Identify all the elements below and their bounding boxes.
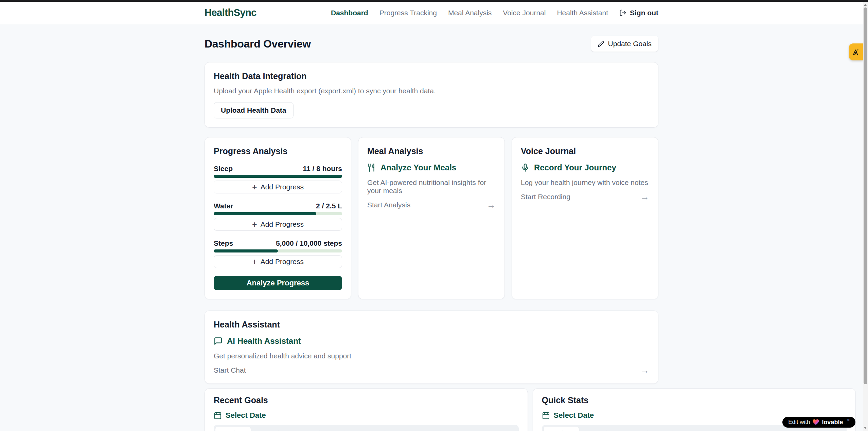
window-top-edge xyxy=(0,0,868,2)
date-tab[interactable]: Tue, Jan 28 xyxy=(471,427,517,431)
update-goals-label: Update Goals xyxy=(608,40,652,48)
integration-description: Upload your Apple Health export (export.… xyxy=(214,87,649,95)
assistant-card-title: Health Assistant xyxy=(214,320,649,330)
vertical-scrollbar[interactable] xyxy=(863,2,868,431)
metric-value: 11 / 8 hours xyxy=(303,165,342,173)
analyze-your-meals-label: Analyze Your Meals xyxy=(380,163,456,172)
start-recording-link[interactable]: Start Recording → xyxy=(521,192,649,201)
date-tab[interactable]: Thu, Jan 30 xyxy=(704,427,750,431)
add-progress-water-button[interactable]: + Add Progress xyxy=(214,218,342,231)
metric-label: Water xyxy=(214,202,233,210)
meal-analysis-card: Meal Analysis Analyze Your Meals Get AI-… xyxy=(358,137,505,299)
plus-icon: + xyxy=(252,258,257,266)
utensils-icon xyxy=(367,163,376,172)
health-assistant-card: Health Assistant AI Health Assistant Get… xyxy=(205,311,658,384)
date-tab[interactable]: Wed, Jan 29 xyxy=(422,427,471,431)
integration-title: Health Data Integration xyxy=(214,71,649,81)
metric-steps: Steps 5,000 / 10,000 steps + Add Progres… xyxy=(214,239,342,268)
update-goals-button[interactable]: Update Goals xyxy=(591,36,658,52)
app-logo[interactable]: HealthSync xyxy=(205,7,256,18)
scrollbar-up-arrow-icon[interactable] xyxy=(864,4,867,6)
date-tab-yesterday[interactable]: Yesterday xyxy=(579,427,619,431)
badge-prefix-label: Edit with xyxy=(788,419,810,426)
nav-item-progress-tracking[interactable]: Progress Tracking xyxy=(379,9,437,17)
ai-health-assistant-label: AI Health Assistant xyxy=(227,336,301,346)
top-navigation-bar: HealthSync Dashboard Progress Tracking M… xyxy=(0,2,863,24)
arrow-right-icon: → xyxy=(487,201,496,209)
nav-item-health-assistant[interactable]: Health Assistant xyxy=(557,9,608,17)
date-tab[interactable]: Thu, Jan 30 xyxy=(375,427,422,431)
assistant-description: Get personalized health advice and suppo… xyxy=(214,352,649,360)
scrollbar-down-arrow-icon[interactable] xyxy=(864,427,867,429)
metric-value: 2 / 2.5 L xyxy=(316,202,342,210)
voice-description: Log your health journey with voice notes xyxy=(521,179,649,187)
date-tab-today[interactable]: Today xyxy=(215,427,251,431)
recent-goals-card: Recent Goals Select Date Today Yesterday… xyxy=(205,388,528,431)
date-tab-yesterday[interactable]: Yesterday xyxy=(251,427,291,431)
add-progress-label: Add Progress xyxy=(261,220,304,228)
start-chat-label: Start Chat xyxy=(214,366,246,374)
goals-date-tabs: Today Yesterday Sat, Feb 1 Fri, Jan 31 T… xyxy=(214,425,519,431)
badge-brand-label: lovable xyxy=(822,419,843,426)
lovable-fab-button[interactable] xyxy=(849,43,863,60)
plus-icon: + xyxy=(252,183,257,191)
plus-icon: + xyxy=(252,220,257,229)
log-out-icon xyxy=(619,9,626,16)
edit-with-lovable-badge[interactable]: Edit with lovable × xyxy=(782,417,855,428)
main-content: Dashboard Overview Update Goals Health D… xyxy=(205,36,658,431)
browser-viewport: HealthSync Dashboard Progress Tracking M… xyxy=(0,2,863,431)
add-progress-label: Add Progress xyxy=(261,183,304,191)
health-data-integration-card: Health Data Integration Upload your Appl… xyxy=(205,62,658,128)
record-your-journey-link[interactable]: Record Your Journey xyxy=(521,163,649,172)
microphone-icon xyxy=(521,163,530,172)
upload-health-data-button[interactable]: Upload Health Data xyxy=(214,102,294,118)
scrollbar-thumb[interactable] xyxy=(864,7,867,384)
metric-water: Water 2 / 2.5 L + Add Progress xyxy=(214,202,342,231)
chat-bubble-icon xyxy=(214,337,223,345)
start-analysis-label: Start Analysis xyxy=(367,201,410,209)
nav-item-meal-analysis[interactable]: Meal Analysis xyxy=(448,9,492,17)
goals-select-date-button[interactable]: Select Date xyxy=(214,411,519,420)
progress-bar-water xyxy=(214,212,342,215)
bottom-cards-row: Recent Goals Select Date Today Yesterday… xyxy=(205,388,658,431)
progress-bar-steps xyxy=(214,249,342,252)
nav-item-voice-journal[interactable]: Voice Journal xyxy=(503,9,546,17)
sign-out-button[interactable]: Sign out xyxy=(619,9,658,17)
ai-health-assistant-link[interactable]: AI Health Assistant xyxy=(214,336,649,346)
start-recording-label: Start Recording xyxy=(521,193,570,201)
add-progress-label: Add Progress xyxy=(261,258,304,266)
nav-item-dashboard[interactable]: Dashboard xyxy=(331,9,368,17)
stats-select-date-label: Select Date xyxy=(554,411,594,420)
meal-card-title: Meal Analysis xyxy=(367,146,496,156)
page-title: Dashboard Overview xyxy=(205,38,311,50)
metric-label: Sleep xyxy=(214,165,233,173)
metric-label: Steps xyxy=(214,239,233,247)
add-progress-sleep-button[interactable]: + Add Progress xyxy=(214,181,342,193)
progress-bar-sleep xyxy=(214,175,342,178)
progress-bar-fill xyxy=(214,212,316,215)
date-tab[interactable]: Fri, Jan 31 xyxy=(661,427,703,431)
progress-bar-fill xyxy=(214,249,278,252)
arrow-right-icon: → xyxy=(640,366,649,375)
healthsync-dashboard-page: HealthSync Dashboard Progress Tracking M… xyxy=(0,0,868,431)
progress-card-title: Progress Analysis xyxy=(214,146,342,156)
metric-value: 5,000 / 10,000 steps xyxy=(276,239,342,247)
goals-select-date-label: Select Date xyxy=(226,411,266,420)
quick-stats-title: Quick Stats xyxy=(542,395,847,405)
date-tab[interactable]: Fri, Jan 31 xyxy=(333,427,375,431)
date-tab[interactable]: Sat, Feb 1 xyxy=(619,427,661,431)
start-chat-link[interactable]: Start Chat → xyxy=(214,366,649,375)
start-analysis-link[interactable]: Start Analysis → xyxy=(367,201,496,209)
analyze-your-meals-link[interactable]: Analyze Your Meals xyxy=(367,163,496,172)
lovable-logo-icon xyxy=(852,48,860,56)
metric-sleep: Sleep 11 / 8 hours + Add Progress xyxy=(214,165,342,193)
add-progress-steps-button[interactable]: + Add Progress xyxy=(214,255,342,268)
analyze-progress-button[interactable]: Analyze Progress xyxy=(214,276,342,290)
meal-description: Get AI-powered nutritional insights for … xyxy=(367,179,496,195)
badge-close-icon[interactable]: × xyxy=(847,417,850,423)
gradient-heart-icon xyxy=(813,419,819,425)
recent-goals-title: Recent Goals xyxy=(214,395,519,405)
date-tab[interactable]: Sat, Feb 1 xyxy=(291,427,333,431)
date-tab-today[interactable]: Today xyxy=(544,427,579,431)
progress-analysis-card: Progress Analysis Sleep 11 / 8 hours + A… xyxy=(205,137,351,299)
